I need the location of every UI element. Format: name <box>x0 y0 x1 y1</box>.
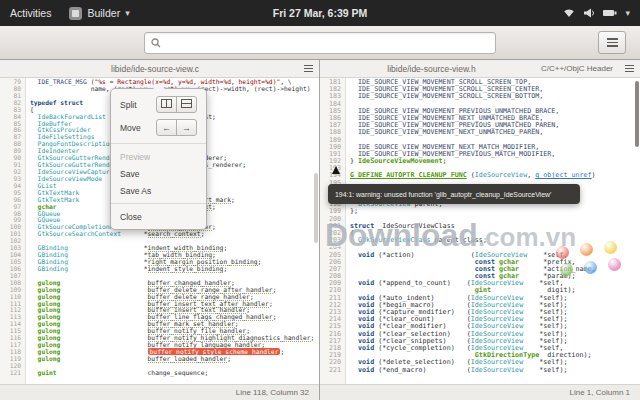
document-title: libide/ide-source-view.c <box>6 64 304 74</box>
arrow-right-icon: → <box>182 123 191 133</box>
warning-marker-icon[interactable] <box>332 166 340 174</box>
code-line[interactable]: struct _IdeSourceViewClass <box>350 223 640 230</box>
document-menu-button[interactable] <box>625 65 634 73</box>
cursor-position: Line 118, Column 32 <box>236 388 309 397</box>
code-line[interactable]: gulong buffer_loaded_handler; <box>30 356 319 363</box>
color-dot <box>580 243 593 256</box>
network-icon <box>563 8 575 18</box>
color-dot <box>560 263 573 276</box>
color-dot <box>608 258 621 271</box>
hamburger-icon <box>607 38 618 47</box>
global-search[interactable] <box>144 32 496 54</box>
split-label: Split <box>120 100 137 110</box>
menu-item-close[interactable]: Close <box>111 208 206 225</box>
builder-app-icon <box>69 7 82 20</box>
header-bar <box>0 26 640 60</box>
menu-item-save-as[interactable]: Save As <box>111 182 206 199</box>
document-type-label: C/C++/ObjC Header <box>541 64 613 73</box>
document-header: libide/ide-source-view.h C/C++/ObjC Head… <box>320 60 640 78</box>
warning-tooltip: 194:1: warning: unused function 'glib_au… <box>328 184 580 204</box>
builder-window: Activities Builder ▾ Fri 27 Mar, 6:39 PM… <box>0 0 640 400</box>
line-number: 221 <box>320 367 341 374</box>
menu-item-save[interactable]: Save <box>111 165 206 182</box>
scrollbar[interactable] <box>635 78 640 384</box>
source-code[interactable]: IDE_SOURCE_VIEW_MOVEMENT_SCROLL_SCREEN_T… <box>346 78 640 384</box>
battery-icon <box>603 9 617 17</box>
code-line[interactable]: GBinding *indent_style_binding; <box>30 266 319 273</box>
code-line[interactable]: }; <box>350 208 640 215</box>
line-number-gutter[interactable]: 1811821831841851861871881891901911921931… <box>320 78 346 384</box>
move-left-button[interactable]: ← <box>156 119 177 136</box>
chevron-down-icon: ▾ <box>125 8 130 18</box>
line-number-gutter[interactable]: 7980818283848586878889909192939495969798… <box>0 78 26 384</box>
app-menu-label: Builder <box>87 7 120 19</box>
line-number: 121 <box>0 370 21 377</box>
clock[interactable]: Fri 27 Mar, 6:39 PM <box>273 7 368 19</box>
color-dot <box>584 261 597 274</box>
code-line[interactable]: GtkSourceSearchContext *search_context; <box>30 231 319 238</box>
status-bar: Line 118, Column 32 <box>0 384 319 400</box>
split-vertical-icon <box>161 99 172 110</box>
document-menu-button[interactable] <box>304 65 313 73</box>
document-popover-menu: Split Move ← → Preview Save Save As Clos… <box>110 88 207 230</box>
scrollbar[interactable] <box>314 78 319 384</box>
split-horizontal-icon <box>181 99 192 110</box>
gear-menu-button[interactable] <box>598 31 626 54</box>
system-status-area[interactable]: ▾ <box>563 8 630 18</box>
status-bar: Line 1, Column 1 <box>320 384 640 400</box>
document-header: libide/ide-source-view.c <box>0 60 319 78</box>
color-dot <box>556 246 569 259</box>
gnome-top-bar: Activities Builder ▾ Fri 27 Mar, 6:39 PM… <box>0 0 640 26</box>
activities-button[interactable]: Activities <box>10 7 51 19</box>
search-icon <box>151 34 161 52</box>
code-line[interactable]: GtkSourceViewClass parent_class; <box>350 237 640 244</box>
editor-grid: libide/ide-source-view.c 798081828384858… <box>0 60 640 400</box>
code-line[interactable]: G_DEFINE_AUTOPTR_CLEANUP_FUNC (IdeSource… <box>350 172 640 179</box>
move-right-button[interactable]: → <box>176 119 197 136</box>
scrollbar-thumb[interactable] <box>314 173 318 243</box>
split-view-down-button[interactable] <box>176 96 197 113</box>
code-line[interactable]: IDE_SOURCE_VIEW_MOVEMENT_SCROLL_SCREEN_B… <box>350 93 640 100</box>
scrollbar-thumb[interactable] <box>635 81 639 147</box>
menu-separator <box>111 203 206 204</box>
code-editor[interactable]: 1811821831841851861871881891901911921931… <box>320 78 640 384</box>
color-dot <box>604 241 617 254</box>
app-menu-button[interactable]: Builder ▾ <box>69 7 129 20</box>
volume-icon <box>583 8 595 18</box>
code-line[interactable]: void (*end_macro) (IdeSourceView *self); <box>350 367 640 374</box>
cursor-position: Line 1, Column 1 <box>570 388 630 397</box>
code-line[interactable]: IDE_SOURCE_VIEW_MOVEMENT_NEXT_UNMATCHED_… <box>350 129 640 136</box>
menu-separator <box>111 143 206 144</box>
menu-item-preview: Preview <box>111 148 206 165</box>
pane-source-view-h: libide/ide-source-view.h C/C++/ObjC Head… <box>320 60 640 400</box>
search-input[interactable] <box>166 37 489 48</box>
code-line[interactable]: guint change_sequence; <box>30 370 319 377</box>
document-title: libide/ide-source-view.h <box>326 64 537 74</box>
arrow-left-icon: ← <box>162 123 171 133</box>
code-line[interactable]: } IdeSourceViewMovement; <box>350 158 640 165</box>
move-label: Move <box>120 123 141 133</box>
split-view-left-button[interactable] <box>156 96 177 113</box>
chevron-down-icon: ▾ <box>625 8 630 18</box>
